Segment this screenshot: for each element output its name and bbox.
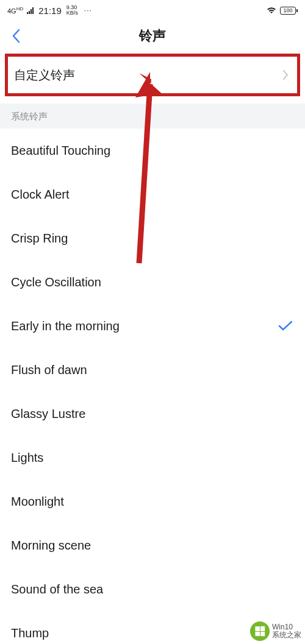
ringtone-label: Crisp Ring [11, 232, 68, 246]
battery-icon: 100 [280, 7, 296, 15]
page-title: 铃声 [139, 27, 166, 45]
ringtone-label: Moonlight [11, 495, 64, 509]
ringtone-label: Early in the morning [11, 319, 120, 333]
clock-time: 21:19 [38, 5, 62, 16]
more-dots-icon: ··· [84, 6, 92, 15]
page-header: 铃声 [0, 21, 305, 51]
ringtone-item[interactable]: Sound of the sea [0, 567, 305, 611]
ringtone-item[interactable]: Morning scene [0, 523, 305, 567]
ringtone-item[interactable]: Flush of dawn [0, 348, 305, 392]
ringtone-item[interactable]: Moonlight [0, 479, 305, 523]
ringtone-label: Sound of the sea [11, 582, 103, 596]
status-bar: 4GHD 21:19 9.30 KB/s ··· 100 [0, 0, 305, 21]
ringtone-label: Thump [11, 626, 49, 640]
chevron-right-icon [282, 69, 289, 80]
watermark-logo-icon [250, 621, 270, 641]
status-bar-left: 4GHD 21:19 9.30 KB/s ··· [7, 5, 92, 16]
battery-level-text: 100 [283, 7, 292, 13]
data-speed-indicator: 9.30 KB/s [66, 5, 78, 16]
ringtone-label: Glassy Lustre [11, 407, 85, 421]
network-type-indicator: 4GHD [7, 7, 23, 15]
network-hd-text: HD [16, 6, 24, 12]
ringtone-item[interactable]: Early in the morning [0, 304, 305, 348]
section-header-system-ringtones: 系统铃声 [0, 104, 305, 129]
custom-ringtone-row[interactable]: 自定义铃声 [5, 54, 300, 96]
ringtone-item[interactable]: Beautiful Touching [0, 129, 305, 172]
ringtone-label: Cycle Oscillation [11, 275, 101, 289]
watermark-line2: 系统之家 [272, 631, 301, 639]
network-type-text: 4G [7, 7, 16, 14]
custom-ringtone-label: 自定义铃声 [14, 67, 75, 83]
ringtone-label: Flush of dawn [11, 363, 87, 377]
ringtone-label: Clock Alert [11, 188, 70, 202]
ringtone-item[interactable]: Cycle Oscillation [0, 260, 305, 304]
wifi-icon [267, 7, 276, 14]
speed-unit: KB/s [66, 10, 78, 16]
ringtone-item[interactable]: Lights [0, 436, 305, 479]
chevron-left-icon [12, 29, 20, 43]
back-button[interactable] [7, 27, 24, 44]
ringtone-list: Beautiful Touching Clock Alert Crisp Rin… [0, 129, 305, 644]
watermark-text: Win10 系统之家 [272, 623, 301, 639]
checkmark-icon [278, 320, 293, 331]
ringtone-label: Lights [11, 451, 43, 465]
ringtone-item[interactable]: Glassy Lustre [0, 392, 305, 436]
signal-bars-icon [27, 7, 34, 14]
ringtone-item[interactable]: Clock Alert [0, 172, 305, 216]
watermark: Win10 系统之家 [249, 618, 305, 644]
ringtone-label: Beautiful Touching [11, 144, 110, 158]
battery-indicator: 100 [280, 7, 298, 15]
ringtone-label: Morning scene [11, 539, 91, 553]
ringtone-item[interactable]: Crisp Ring [0, 216, 305, 260]
battery-cap [296, 9, 298, 12]
status-bar-right: 100 [267, 7, 298, 15]
